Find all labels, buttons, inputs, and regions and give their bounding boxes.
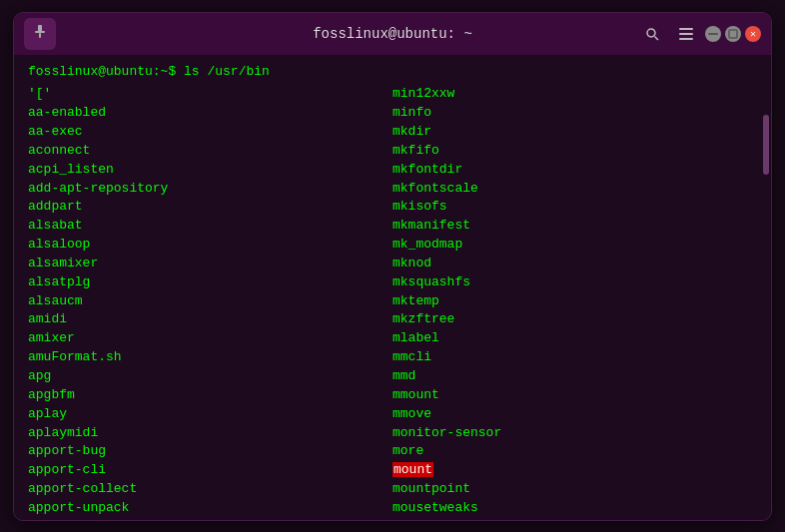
list-item: alsabat [28, 217, 392, 236]
minimize-button[interactable] [705, 26, 721, 42]
list-item: monitor-sensor [392, 424, 757, 443]
pin-button[interactable] [24, 18, 56, 50]
menu-button[interactable] [671, 19, 701, 49]
list-item: alsatplg [28, 273, 392, 292]
list-item: mkfifo [392, 142, 757, 161]
svg-rect-2 [39, 33, 41, 38]
list-item: mkfontscale [392, 180, 757, 199]
svg-rect-1 [35, 31, 45, 33]
prompt-line: fosslinux@ubuntu:~$ ls /usr/bin [28, 63, 757, 82]
list-item: mousetweaks [392, 499, 757, 518]
list-item: mmount [392, 386, 757, 405]
highlighted-item: mount [392, 462, 433, 477]
list-item: apport-cli [28, 461, 392, 480]
pin-icon [32, 24, 48, 44]
scrollbar[interactable] [763, 115, 769, 514]
window-title: fosslinux@ubuntu: ~ [313, 26, 472, 42]
list-item: apgbfm [28, 386, 392, 405]
list-item: mmd [392, 367, 757, 386]
titlebar: fosslinux@ubuntu: ~ [14, 13, 771, 55]
svg-rect-6 [679, 33, 693, 35]
list-item: mmove [392, 405, 757, 424]
list-item: mountpoint [392, 480, 757, 499]
list-item: apport-bug [28, 442, 392, 461]
svg-point-3 [647, 29, 655, 37]
list-item: mktemp [392, 292, 757, 311]
list-item: mknod [392, 255, 757, 273]
list-item: mount [392, 461, 757, 480]
svg-rect-5 [679, 28, 693, 30]
right-column: min12xxwminfomkdirmkfifomkfontdirmkfonts… [392, 85, 757, 517]
list-item: mk_modmap [392, 236, 757, 255]
list-item: mkdir [392, 123, 757, 142]
svg-rect-9 [729, 30, 737, 38]
maximize-button[interactable] [725, 26, 741, 42]
terminal-window: fosslinux@ubuntu: ~ [13, 12, 772, 521]
svg-rect-7 [679, 38, 693, 40]
list-item: aplaymidi [28, 424, 392, 443]
prompt-text: fosslinux@ubuntu:~$ ls /usr/bin [28, 64, 270, 79]
list-item: aa-enabled [28, 104, 392, 123]
list-item: alsamixer [28, 255, 392, 273]
list-item: mkzftree [392, 310, 757, 329]
search-button[interactable] [637, 19, 667, 49]
list-item: alsaucm [28, 292, 392, 311]
list-item: apg [28, 367, 392, 386]
list-item: min12xxw [392, 85, 757, 104]
svg-line-4 [655, 36, 659, 40]
terminal-body[interactable]: fosslinux@ubuntu:~$ ls /usr/bin '['aa-en… [14, 55, 771, 520]
close-button[interactable]: ✕ [745, 26, 761, 42]
list-item: mkmanifest [392, 217, 757, 236]
list-item: amidi [28, 310, 392, 329]
list-item: amixer [28, 329, 392, 348]
list-item: more [392, 442, 757, 461]
svg-rect-8 [708, 33, 718, 35]
list-item: alsaloop [28, 236, 392, 255]
scrollbar-thumb[interactable] [763, 115, 769, 175]
list-item: add-apt-repository [28, 180, 392, 199]
list-item: aplay [28, 405, 392, 424]
list-item: aconnect [28, 142, 392, 161]
list-item: mksquashfs [392, 273, 757, 292]
list-item: mlabel [392, 329, 757, 348]
list-item: mkisofs [392, 198, 757, 217]
list-item: apport-collect [28, 480, 392, 499]
list-item: mkfontdir [392, 161, 757, 180]
list-item: '[' [28, 85, 392, 104]
list-item: mmcli [392, 348, 757, 367]
file-listing: '['aa-enabledaa-execaconnectacpi_listena… [28, 85, 757, 517]
list-item: acpi_listen [28, 161, 392, 180]
list-item: addpart [28, 198, 392, 217]
list-item: minfo [392, 104, 757, 123]
list-item: apport-unpack [28, 499, 392, 518]
list-item: amuFormat.sh [28, 348, 392, 367]
left-column: '['aa-enabledaa-execaconnectacpi_listena… [28, 85, 392, 517]
list-item: aa-exec [28, 123, 392, 142]
